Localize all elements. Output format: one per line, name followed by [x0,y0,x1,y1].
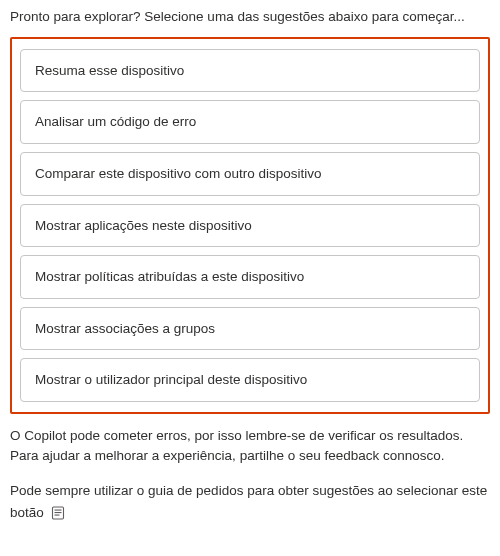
disclaimer-text: O Copilot pode cometer erros, por isso l… [10,426,490,467]
svg-rect-2 [54,512,61,513]
svg-rect-3 [54,515,59,516]
suggestion-analyze-error-code[interactable]: Analisar um código de erro [20,100,480,144]
guide-text-before: Pode sempre utilizar o guia de pedidos p… [10,483,487,520]
suggestion-show-apps[interactable]: Mostrar aplicações neste dispositivo [20,204,480,248]
suggestion-show-policies[interactable]: Mostrar políticas atribuídas a este disp… [20,255,480,299]
suggestion-summarize-device[interactable]: Resuma esse dispositivo [20,49,480,93]
suggestions-container: Resuma esse dispositivo Analisar um códi… [10,37,490,414]
suggestion-compare-device[interactable]: Comparar este dispositivo com outro disp… [20,152,480,196]
svg-rect-1 [54,510,61,511]
suggestion-show-group-associations[interactable]: Mostrar associações a grupos [20,307,480,351]
intro-text: Pronto para explorar? Selecione uma das … [10,8,490,27]
prompt-guide-icon [50,505,66,521]
suggestion-show-primary-user[interactable]: Mostrar o utilizador principal deste dis… [20,358,480,402]
guide-text: Pode sempre utilizar o guia de pedidos p… [10,480,490,523]
